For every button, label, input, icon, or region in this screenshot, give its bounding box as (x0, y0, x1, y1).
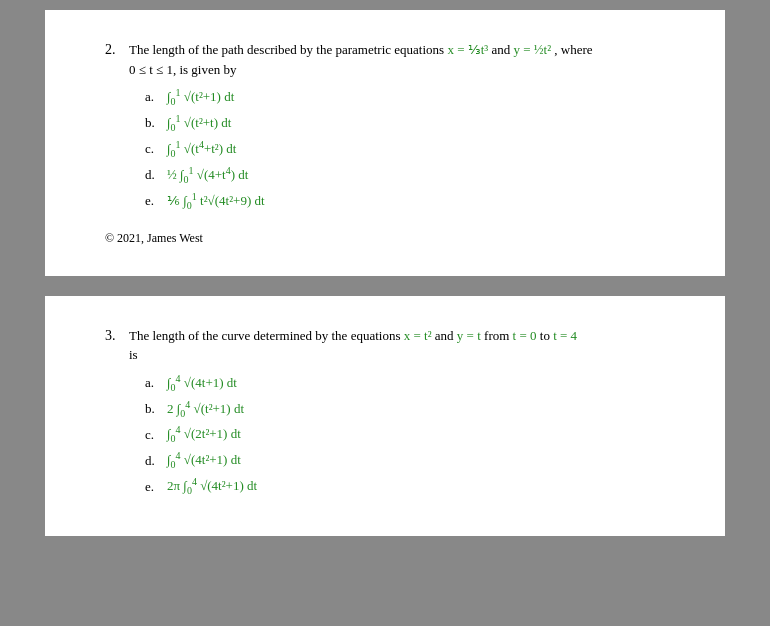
question-2-header: 2. The length of the path described by t… (105, 40, 665, 79)
choice-3d-label: d. (145, 453, 167, 469)
question-3-choices: a. ∫04 √(4t+1) dt b. 2 ∫04 √(t²+1) dt c.… (145, 373, 665, 497)
choice-2b-formula: ∫01 √(t²+t) dt (167, 113, 231, 133)
choice-2d: d. ½ ∫01 √(4+t4) dt (145, 165, 665, 185)
choice-2d-label: d. (145, 167, 167, 183)
where-text: , where (554, 42, 592, 57)
gray-separator (45, 284, 725, 296)
choice-2a: a. ∫01 √(t²+1) dt (145, 87, 665, 107)
question-2-text: The length of the path described by the … (129, 40, 593, 79)
eq3-t0: t = 0 (513, 328, 537, 343)
choice-2c-label: c. (145, 141, 167, 157)
choice-3c-formula: ∫04 √(2t²+1) dt (167, 424, 241, 444)
choice-3a-label: a. (145, 375, 167, 391)
choice-3b: b. 2 ∫04 √(t²+1) dt (145, 399, 665, 419)
question-2-number: 2. (105, 42, 129, 58)
question-3-number: 3. (105, 328, 129, 344)
choice-2a-formula: ∫01 √(t²+1) dt (167, 87, 234, 107)
section-1: 2. The length of the path described by t… (45, 10, 725, 276)
choice-2e-formula: ⅙ ∫01 t²√(4t²+9) dt (167, 191, 265, 211)
eq3-y: y = t (457, 328, 481, 343)
and-text: and (491, 42, 513, 57)
question-3: 3. The length of the curve determined by… (105, 326, 665, 497)
question-2-choices: a. ∫01 √(t²+1) dt b. ∫01 √(t²+t) dt c. ∫… (145, 87, 665, 211)
choice-2d-formula: ½ ∫01 √(4+t4) dt (167, 165, 248, 185)
choice-2c: c. ∫01 √(t4+t²) dt (145, 139, 665, 159)
eq3-t1: t = 4 (553, 328, 577, 343)
choice-3e-formula: 2π ∫04 √(4t²+1) dt (167, 476, 257, 496)
choice-2b-label: b. (145, 115, 167, 131)
question-3-text: The length of the curve determined by th… (129, 326, 577, 365)
choice-2b: b. ∫01 √(t²+t) dt (145, 113, 665, 133)
question-3-header: 3. The length of the curve determined by… (105, 326, 665, 365)
question-2: 2. The length of the path described by t… (105, 40, 665, 211)
choice-3d: d. ∫04 √(4t²+1) dt (145, 450, 665, 470)
choice-3a-formula: ∫04 √(4t+1) dt (167, 373, 237, 393)
equation-y: y = ½t² (514, 42, 552, 57)
equation-x: x = ⅓t³ (447, 42, 488, 57)
choice-3b-formula: 2 ∫04 √(t²+1) dt (167, 399, 244, 419)
choice-3b-label: b. (145, 401, 167, 417)
choice-3d-formula: ∫04 √(4t²+1) dt (167, 450, 241, 470)
choice-3c: c. ∫04 √(2t²+1) dt (145, 424, 665, 444)
copyright: © 2021, James West (105, 231, 665, 246)
choice-3e: e. 2π ∫04 √(4t²+1) dt (145, 476, 665, 496)
domain-text: 0 ≤ t ≤ 1, is given by (129, 62, 236, 77)
choice-2e: e. ⅙ ∫01 t²√(4t²+9) dt (145, 191, 665, 211)
choice-3e-label: e. (145, 479, 167, 495)
eq3-x: x = t² (404, 328, 432, 343)
section-2: 3. The length of the curve determined by… (45, 296, 725, 537)
choice-2a-label: a. (145, 89, 167, 105)
choice-3c-label: c. (145, 427, 167, 443)
choice-2e-label: e. (145, 193, 167, 209)
choice-3a: a. ∫04 √(4t+1) dt (145, 373, 665, 393)
choice-2c-formula: ∫01 √(t4+t²) dt (167, 139, 236, 159)
